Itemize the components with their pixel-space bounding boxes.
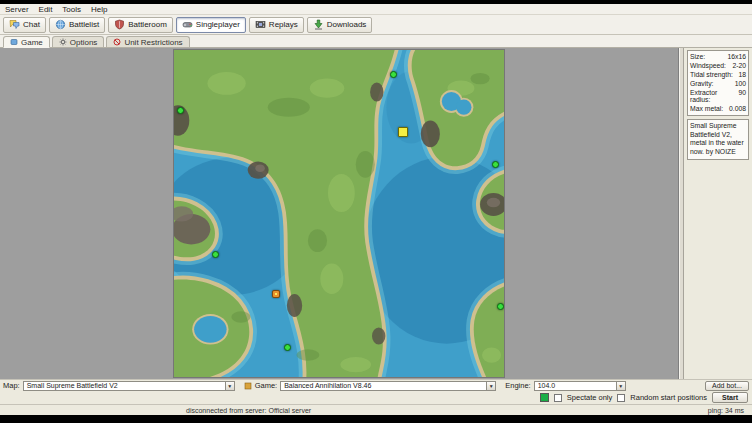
info-label: Max metal: [690,105,723,112]
menu-server[interactable]: Server [5,5,29,14]
info-value: 2-20 [732,62,746,69]
tab-label: Downloads [327,20,367,29]
map-info-row-tidal: Tidal strength: 18 [690,71,746,78]
map-preview[interactable] [174,50,504,377]
map-preview-image [174,50,504,377]
spectate-only-checkbox[interactable] [554,394,562,402]
tab-battleroom[interactable]: Battleroom [108,17,173,33]
info-value: 16x16 [727,53,746,60]
selection-row: Map: Small Supreme Battlefield V2 ▼ Game… [0,379,752,391]
engine-select-value: 104.0 [535,382,616,390]
info-value: 0.008 [729,105,746,112]
unit-restrictions-tab-icon [113,38,121,46]
map-description: Small Supreme Battlefield V2, metal in t… [687,119,749,160]
info-label: Gravity: [690,80,713,87]
tab-battlelist[interactable]: Battlelist [49,17,105,33]
chevron-down-icon[interactable]: ▼ [616,382,625,390]
tab-label: Chat [23,20,40,29]
toolbar: Chat Battlelist Battleroom Singleplayer … [0,15,752,35]
tab-label: Battlelist [69,20,99,29]
info-label: Extractor radius: [690,89,736,104]
game-icon [244,382,252,390]
map-select-combo[interactable]: Small Supreme Battlefield V2 ▼ [23,381,235,391]
map-area [0,48,679,379]
tab-label: Battleroom [128,20,167,29]
lobby-window: Server Edit Tools Help Chat Battlelist B… [0,4,752,415]
options-tab-icon [59,38,67,46]
game-select-combo[interactable]: Balanced Annihilation V8.46 ▼ [280,381,496,391]
info-label: Windspeed: [690,62,726,69]
chevron-down-icon[interactable]: ▼ [486,382,495,390]
info-value: 18 [738,71,746,78]
map-info-row-extractor: Extractor radius: 90 [690,89,746,104]
random-start-positions-checkbox[interactable] [617,394,625,402]
start-position-dot[interactable] [212,251,219,258]
menu-edit[interactable]: Edit [39,5,53,14]
game-select-value: Balanced Annihilation V8.46 [281,382,486,390]
chat-icon [9,19,20,30]
menu-bar: Server Edit Tools Help [0,4,752,15]
start-button[interactable]: Start [712,392,748,403]
battlelist-icon [55,19,66,30]
options-row: Spectate only Random start positions Sta… [0,391,752,404]
content-area: Size: 16x16 Windspeed: 2-20 Tidal streng… [0,48,752,379]
game-tab-icon [10,38,18,46]
spectate-only-label: Spectate only [567,393,612,402]
game-select-label: Game: [255,381,278,390]
status-bar: disconnected from server: Official serve… [0,404,752,415]
singleplayer-subtabs: Game Options Unit Restrictions [0,35,752,48]
connection-status: disconnected from server: Official serve… [186,407,311,414]
menu-tools[interactable]: Tools [62,5,81,14]
singleplayer-icon [182,19,193,30]
subtab-label: Options [70,38,98,47]
info-value: 90 [738,89,746,104]
player-color-swatch[interactable] [540,393,549,402]
start-position-dot[interactable] [272,290,280,298]
tab-downloads[interactable]: Downloads [307,17,373,33]
start-position-dot[interactable] [398,127,408,137]
subtab-label: Game [21,38,43,47]
map-info-row-gravity: Gravity: 100 [690,80,746,87]
downloads-icon [313,19,324,30]
tab-chat[interactable]: Chat [3,17,46,33]
random-start-positions-label: Random start positions [630,393,707,402]
subtab-label: Unit Restrictions [124,38,182,47]
engine-select-label: Engine: [505,381,530,390]
menu-help[interactable]: Help [91,5,107,14]
engine-select-combo[interactable]: 104.0 ▼ [534,381,626,391]
tab-label: Singleplayer [196,20,240,29]
tab-replays[interactable]: Replays [249,17,304,33]
map-select-value: Small Supreme Battlefield V2 [24,382,225,390]
map-info-row-maxmetal: Max metal: 0.008 [690,105,746,112]
subtab-options[interactable]: Options [52,36,105,47]
map-info-row-size: Size: 16x16 [690,53,746,60]
map-info-box: Size: 16x16 Windspeed: 2-20 Tidal streng… [687,50,749,116]
map-info-row-windspeed: Windspeed: 2-20 [690,62,746,69]
info-label: Tidal strength: [690,71,733,78]
ping-status: ping: 34 ms [708,407,744,414]
chevron-down-icon[interactable]: ▼ [225,382,234,390]
battleroom-icon [114,19,125,30]
tab-singleplayer[interactable]: Singleplayer [176,17,246,33]
tab-label: Replays [269,20,298,29]
start-position-dot[interactable] [390,71,397,78]
map-select-label: Map: [3,381,20,390]
subtab-game[interactable]: Game [3,36,50,48]
replays-icon [255,19,266,30]
info-label: Size: [690,53,705,60]
subtab-unit-restrictions[interactable]: Unit Restrictions [106,36,189,47]
add-bot-button[interactable]: Add bot... [705,381,749,391]
map-info-panel: Size: 16x16 Windspeed: 2-20 Tidal streng… [684,48,752,379]
info-value: 100 [735,80,746,87]
